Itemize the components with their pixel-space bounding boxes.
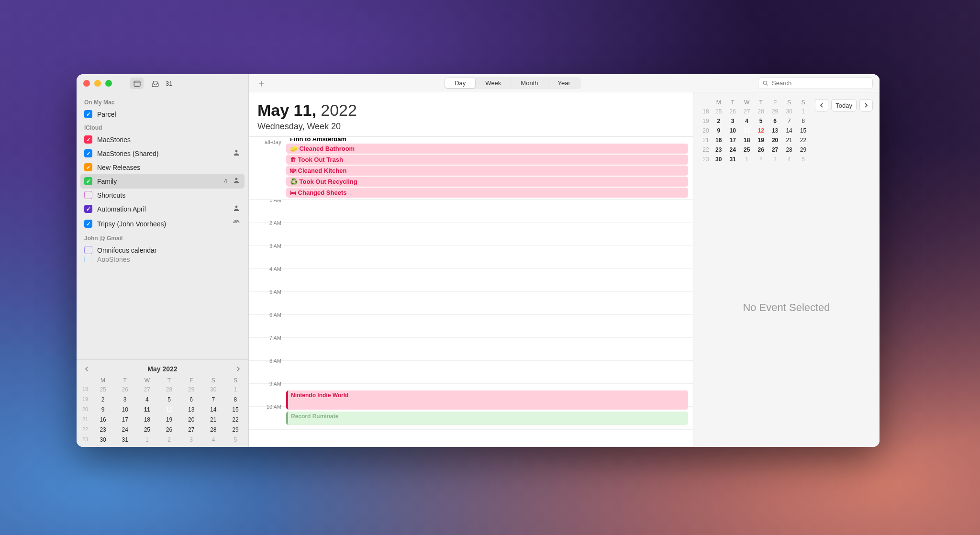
- minical-next-button[interactable]: [233, 364, 244, 374]
- inspector-day[interactable]: 5: [754, 117, 768, 125]
- inspector-day[interactable]: 26: [754, 146, 768, 154]
- calendar-checkbox[interactable]: [84, 246, 92, 254]
- hour-row[interactable]: 7 AM: [249, 338, 693, 361]
- minical-day[interactable]: 12: [158, 405, 180, 414]
- inspector-day[interactable]: 16: [712, 136, 725, 144]
- inspector-day[interactable]: 19: [754, 136, 768, 144]
- minical-day[interactable]: 3: [114, 395, 136, 404]
- hour-row[interactable]: 8 AM: [249, 361, 693, 384]
- today-button[interactable]: Today: [831, 99, 857, 111]
- inspector-day[interactable]: 3: [725, 117, 739, 125]
- allday-event[interactable]: 🗑 Took Out Trash: [286, 155, 688, 165]
- inspector-day[interactable]: 22: [796, 136, 810, 144]
- minical-day[interactable]: 15: [224, 405, 246, 414]
- minical-day[interactable]: 9: [92, 405, 114, 414]
- inspector-day[interactable]: 1: [796, 108, 810, 115]
- calendar-checkbox[interactable]: [84, 256, 92, 262]
- inspector-day[interactable]: 5: [796, 156, 810, 163]
- inspector-day[interactable]: 4: [740, 117, 754, 125]
- inspector-day[interactable]: 6: [768, 117, 782, 125]
- hour-row[interactable]: 2 AM: [249, 223, 693, 246]
- inspector-day[interactable]: 11: [740, 127, 754, 134]
- view-year-button[interactable]: Year: [548, 78, 580, 88]
- zoom-button[interactable]: [105, 80, 112, 87]
- calendar-checkbox[interactable]: [84, 163, 92, 171]
- view-week-button[interactable]: Week: [475, 78, 511, 88]
- hour-row[interactable]: 6 AM: [249, 315, 693, 338]
- hour-row[interactable]: 3 AM: [249, 246, 693, 269]
- inspector-day[interactable]: 31: [725, 156, 739, 163]
- minical-day[interactable]: 4: [136, 395, 158, 404]
- close-button[interactable]: [83, 80, 90, 87]
- inspector-day[interactable]: 7: [782, 117, 796, 125]
- view-day-button[interactable]: Day: [445, 78, 475, 88]
- hour-grid[interactable]: 1 AM2 AM3 AM4 AM5 AM6 AM7 AM8 AM9 AMNint…: [249, 200, 693, 447]
- inspector-day[interactable]: 25: [712, 108, 725, 115]
- view-month-button[interactable]: Month: [511, 78, 547, 88]
- add-event-button[interactable]: ＋: [256, 78, 267, 89]
- minical-day[interactable]: 26: [158, 425, 180, 434]
- inspector-day[interactable]: 28: [754, 108, 768, 115]
- calendar-checkbox[interactable]: [84, 220, 92, 228]
- inspector-day[interactable]: 27: [768, 146, 782, 154]
- inspector-day[interactable]: 20: [768, 136, 782, 144]
- minical-day[interactable]: 27: [180, 425, 202, 434]
- calendar-item[interactable]: AppStories: [80, 256, 245, 262]
- calendar-item[interactable]: Tripsy (John Voorhees): [80, 216, 245, 231]
- inspector-day[interactable]: 3: [768, 156, 782, 163]
- minical-day[interactable]: 17: [114, 415, 136, 424]
- inspector-day[interactable]: 13: [768, 127, 782, 134]
- hour-body[interactable]: [285, 200, 693, 223]
- hour-row[interactable]: 5 AM: [249, 292, 693, 315]
- timed-event[interactable]: Record Ruminate: [286, 412, 688, 425]
- inspector-day[interactable]: 18: [740, 136, 754, 144]
- minical-day[interactable]: 1: [136, 435, 158, 444]
- minical-day[interactable]: 10: [114, 405, 136, 414]
- minical-day[interactable]: 6: [180, 395, 202, 404]
- hour-body[interactable]: [285, 269, 693, 291]
- minical-day[interactable]: 14: [202, 405, 224, 414]
- inspector-day[interactable]: 8: [796, 117, 810, 125]
- inspector-day[interactable]: 29: [796, 146, 810, 154]
- minical-day[interactable]: 31: [114, 435, 136, 444]
- hour-body[interactable]: Record Ruminate: [285, 407, 693, 429]
- minical-day[interactable]: 18: [136, 415, 158, 424]
- inbox-button[interactable]: [148, 78, 162, 89]
- minical-day[interactable]: 26: [114, 385, 136, 394]
- hour-row[interactable]: 1 AM: [249, 200, 693, 223]
- inspector-day[interactable]: 10: [725, 127, 739, 134]
- minical-day[interactable]: 27: [136, 385, 158, 394]
- inspector-day[interactable]: 2: [754, 156, 768, 163]
- hour-body[interactable]: [285, 361, 693, 383]
- inspector-cal-grid[interactable]: MTWTFSS182526272829301192345678209101112…: [700, 99, 810, 163]
- inspector-day[interactable]: 21: [782, 136, 796, 144]
- minical-day[interactable]: 22: [224, 415, 246, 424]
- allday-event[interactable]: 🍽 Cleaned Kitchen: [286, 166, 688, 176]
- calendar-item[interactable]: Automation April: [80, 201, 245, 216]
- minical-day[interactable]: 3: [180, 435, 202, 444]
- minical-day[interactable]: 4: [202, 435, 224, 444]
- calendar-checkbox[interactable]: [84, 191, 92, 199]
- inspector-day[interactable]: 28: [782, 146, 796, 154]
- minical-day[interactable]: 5: [224, 435, 246, 444]
- minical-day[interactable]: 30: [202, 385, 224, 394]
- minical-day[interactable]: 13: [180, 405, 202, 414]
- minical-day[interactable]: 30: [92, 435, 114, 444]
- minical-grid[interactable]: MTWTFSS182526272829301192345678209101112…: [78, 377, 246, 444]
- minical-day[interactable]: 8: [224, 395, 246, 404]
- minical-day[interactable]: 29: [224, 425, 246, 434]
- search-field[interactable]: [758, 78, 873, 89]
- inspector-day[interactable]: 27: [740, 108, 754, 115]
- calendar-item[interactable]: New Releases: [80, 161, 245, 174]
- hour-body[interactable]: [285, 338, 693, 360]
- minical-day[interactable]: 2: [92, 395, 114, 404]
- inspector-day[interactable]: 26: [725, 108, 739, 115]
- inspector-day[interactable]: 30: [782, 108, 796, 115]
- minical-day[interactable]: 19: [158, 415, 180, 424]
- minical-day[interactable]: 1: [224, 385, 246, 394]
- hour-row[interactable]: 4 AM: [249, 269, 693, 292]
- next-day-button[interactable]: [859, 99, 873, 111]
- calendar-item[interactable]: Shortcuts: [80, 189, 245, 201]
- calendar-item[interactable]: Parcel: [80, 108, 245, 121]
- minical-day[interactable]: 29: [180, 385, 202, 394]
